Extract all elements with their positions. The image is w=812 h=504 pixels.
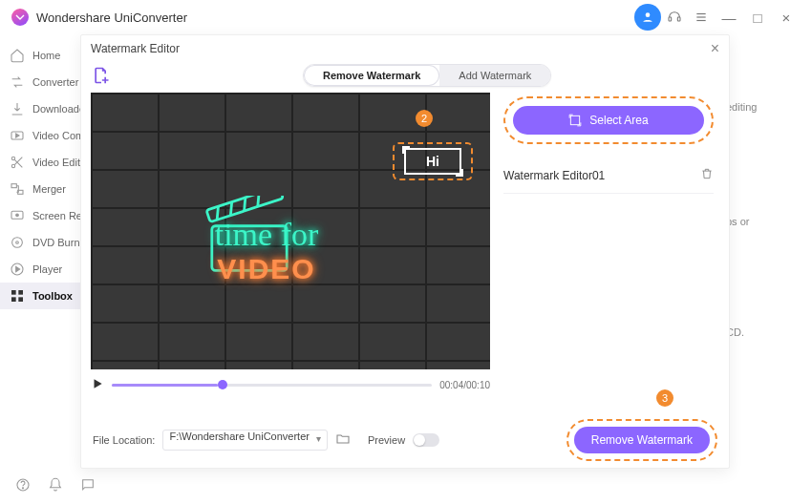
menu-icon[interactable] (688, 4, 715, 31)
sidebar-label: Merger (32, 183, 66, 195)
sidebar-label: Video Compressor (32, 130, 84, 141)
compressor-icon (10, 128, 25, 143)
close-icon[interactable]: × (711, 40, 719, 57)
svg-point-13 (12, 238, 23, 248)
home-icon (10, 48, 25, 63)
side-panel: 1 Select Area Watermark Editor01 (494, 93, 719, 416)
titlebar: Wondershare UniConverter — □ × (0, 0, 812, 34)
sidebar-item-toolbox[interactable]: Toolbox (0, 283, 84, 309)
svg-rect-18 (11, 297, 16, 302)
svg-rect-2 (677, 17, 680, 21)
dvd-icon (10, 235, 25, 250)
help-icon[interactable] (15, 477, 31, 495)
close-button[interactable]: × (772, 10, 801, 26)
sidebar-label: DVD Burner (32, 237, 84, 248)
delete-icon[interactable] (700, 167, 714, 183)
merger-icon (10, 181, 25, 197)
svg-point-7 (11, 157, 14, 159)
svg-point-8 (11, 164, 14, 167)
add-file-button[interactable] (91, 65, 112, 86)
app-logo (11, 9, 29, 26)
open-folder-icon[interactable] (335, 431, 351, 450)
svg-rect-1 (669, 17, 672, 21)
maximize-button[interactable]: □ (743, 10, 772, 26)
sidebar-label: Downloader (32, 103, 84, 115)
file-location-label: File Location: (93, 434, 155, 446)
svg-rect-17 (18, 290, 23, 295)
preview-label: Preview (368, 434, 405, 446)
tab-remove-watermark[interactable]: Remove Watermark (304, 65, 439, 86)
footer (0, 468, 111, 504)
support-icon[interactable] (661, 4, 688, 31)
mode-segmented: Remove Watermark Add Watermark (303, 64, 551, 87)
file-location-select[interactable]: F:\Wondershare UniConverter (162, 430, 328, 451)
sidebar-label: Video Editor (32, 157, 84, 168)
preview-toggle[interactable] (413, 433, 439, 447)
recorder-icon (10, 208, 25, 223)
watermark-editor-modal: Watermark Editor × Remove Watermark Add … (80, 34, 730, 469)
svg-rect-9 (11, 184, 16, 188)
sidebar-item-downloader[interactable]: Downloader (0, 95, 84, 122)
sidebar-label: Converter (32, 76, 78, 88)
sidebar: Home Converter Downloader Video Compress… (0, 34, 84, 468)
scissors-icon (10, 155, 25, 170)
watermark-item[interactable]: Watermark Editor01 (503, 167, 714, 183)
sidebar-item-editor[interactable]: Video Editor (0, 149, 84, 176)
play-button[interactable] (91, 377, 104, 393)
sidebar-label: Player (32, 263, 62, 275)
sidebar-item-merger[interactable]: Merger (0, 176, 84, 202)
video-canvas[interactable]: 2 time for VIDEO Hi (91, 93, 490, 369)
neon-text: time for VIDEO (161, 217, 372, 285)
modal-title: Watermark Editor (91, 42, 180, 55)
sidebar-label: Screen Recorder (32, 210, 84, 221)
svg-point-14 (16, 242, 19, 244)
remove-watermark-button[interactable]: Remove Watermark (574, 427, 710, 453)
download-icon (10, 101, 25, 116)
app-title: Wondershare UniConverter (36, 10, 187, 25)
video-preview-pane: 2 time for VIDEO Hi (91, 93, 490, 416)
notification-icon[interactable] (48, 477, 63, 495)
toolbox-icon (10, 288, 25, 304)
converter-icon (10, 74, 25, 90)
account-icon[interactable] (634, 4, 661, 31)
seek-slider[interactable] (112, 384, 432, 387)
sidebar-item-compressor[interactable]: Video Compressor (0, 122, 84, 149)
svg-rect-16 (11, 290, 16, 295)
svg-rect-28 (571, 116, 580, 124)
svg-point-12 (16, 214, 19, 217)
sidebar-item-player[interactable]: Player (0, 256, 84, 283)
sidebar-item-converter[interactable]: Converter (0, 69, 84, 95)
sidebar-item-dvd[interactable]: DVD Burner (0, 229, 84, 256)
sidebar-label: Home (32, 50, 60, 61)
svg-rect-19 (18, 297, 23, 302)
minimize-button[interactable]: — (715, 10, 743, 26)
watermark-item-label: Watermark Editor01 (503, 169, 605, 182)
selection-highlight: Hi (393, 142, 473, 180)
select-area-button[interactable]: Select Area (513, 106, 704, 135)
selection-box[interactable]: Hi (404, 148, 461, 175)
hint-badge-3: 3 (656, 389, 673, 407)
player-icon (10, 262, 25, 277)
svg-point-21 (22, 487, 23, 488)
time-display: 00:04/00:10 (439, 380, 490, 390)
sidebar-item-recorder[interactable]: Screen Recorder (0, 202, 84, 229)
sidebar-label: Toolbox (32, 290, 73, 302)
select-area-highlight: Select Area (503, 96, 714, 144)
svg-point-0 (646, 12, 651, 17)
hint-badge-2: 2 (416, 110, 433, 127)
tab-add-watermark[interactable]: Add Watermark (439, 65, 550, 86)
sidebar-item-home[interactable]: Home (0, 42, 84, 69)
background-text: editing ps or CD. (726, 57, 802, 338)
feedback-icon[interactable] (80, 477, 96, 495)
confirm-highlight: Remove Watermark (566, 419, 717, 461)
